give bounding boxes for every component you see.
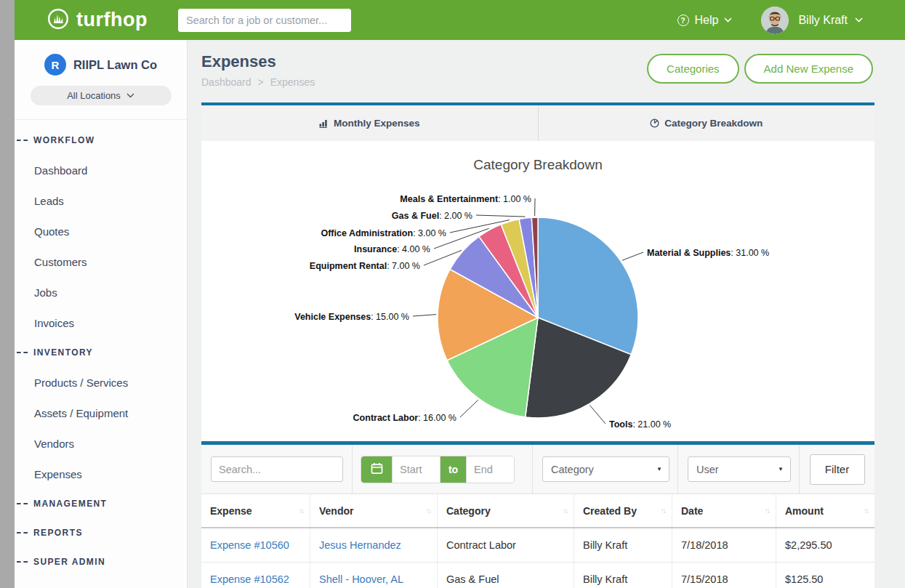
chevron-down-icon[interactable]: [855, 17, 863, 23]
page-title: Expenses: [201, 52, 276, 71]
vendor-link[interactable]: Jesus Hernandez: [319, 539, 401, 551]
chevron-down-icon: [724, 17, 732, 23]
cell-expense: Expense #10560: [201, 528, 310, 562]
global-search-input[interactable]: [178, 9, 351, 32]
leader-line: [622, 252, 643, 260]
sort-icon: ↑↓: [299, 507, 303, 515]
expense-link[interactable]: Expense #10560: [210, 539, 289, 551]
filter-category-cell: Category ▼: [533, 445, 678, 494]
cell-amount: $2,295.50: [776, 528, 874, 562]
pie-label-material-supplies: Material & Supplies: 31.00 %: [647, 248, 769, 258]
left-edge-strip: [0, 0, 15, 588]
sort-icon: ↑↓: [864, 507, 868, 515]
company-name: RIIPL Lawn Co: [73, 58, 157, 72]
brand-logo[interactable]: turfhop: [47, 8, 148, 33]
nav-section-label: REPORTS: [33, 528, 83, 538]
pie-label-equipment-rental: Equipment Rental: 7.00 %: [310, 261, 420, 271]
column-header-category[interactable]: Category↑↓: [438, 494, 574, 527]
user-select[interactable]: User ▼: [688, 456, 791, 482]
sidebar-item-products-services[interactable]: Products / Services: [15, 367, 187, 398]
user-name[interactable]: Billy Kraft: [798, 14, 848, 27]
filter-button[interactable]: Filter: [810, 454, 865, 485]
tab-category-breakdown[interactable]: Category Breakdown: [538, 105, 875, 141]
tab-bar: Monthly ExpensesCategory Breakdown: [201, 102, 874, 141]
column-header-created-by[interactable]: Created By↑↓: [574, 494, 672, 527]
category-select[interactable]: Category ▼: [542, 456, 669, 482]
topbar-right: ? Help: [677, 7, 905, 34]
tab-label: Category Breakdown: [664, 118, 763, 129]
sort-icon: ↑↓: [563, 507, 567, 515]
avatar[interactable]: [761, 7, 789, 34]
select-caret-icon: ▼: [778, 466, 784, 472]
table-search-input[interactable]: [211, 456, 343, 482]
breadcrumb: Dashboard > Expenses: [201, 76, 315, 88]
collapse-dashes-icon: [17, 140, 28, 141]
column-header-date[interactable]: Date↑↓: [672, 494, 776, 527]
sidebar-item-expenses[interactable]: Expenses: [15, 459, 187, 489]
date-range-group: to: [361, 456, 514, 483]
pie-label-meals-entertainment: Meals & Entertainment: 1.00 %: [400, 194, 531, 204]
sidebar-item-vendors[interactable]: Vendors: [15, 428, 187, 459]
leader-line: [460, 400, 478, 417]
cell-vendor: Jesus Hernandez: [310, 528, 438, 562]
pie-chart: Category BreakdownMaterial & Supplies: 3…: [201, 141, 874, 441]
nav-section-workflow[interactable]: WORKFLOW: [15, 126, 187, 155]
add-new-expense-button[interactable]: Add New Expense: [744, 54, 873, 84]
cell-amount: $125.50: [776, 563, 874, 588]
date-start-input[interactable]: [392, 456, 440, 483]
nav-section-reports[interactable]: REPORTS: [15, 518, 187, 547]
page-actions: Categories Add New Expense: [647, 54, 873, 84]
sidebar-item-invoices[interactable]: Invoices: [15, 307, 187, 338]
collapse-dashes-icon: [17, 503, 28, 504]
pie-label-vehicle-expenses: Vehicle Expenses: 15.00 %: [294, 312, 409, 322]
filter-date-cell: to: [353, 445, 533, 494]
column-label: Amount: [785, 505, 824, 517]
tab-label: Monthly Expenses: [334, 118, 420, 129]
help-menu[interactable]: ? Help: [677, 14, 733, 27]
sidebar-item-customers[interactable]: Customers: [15, 246, 187, 277]
column-header-amount[interactable]: Amount↑↓: [776, 494, 874, 527]
top-bar: turfhop ? Help: [15, 0, 905, 40]
vendor-link[interactable]: Shell - Hoover, AL: [319, 573, 403, 585]
table-header-row: Expense↑↓Vendor↑↓Category↑↓Created By↑↓D…: [201, 494, 874, 528]
tab-monthly-expenses[interactable]: Monthly Expenses: [201, 105, 538, 141]
sort-icon: ↑↓: [661, 507, 665, 515]
column-header-expense[interactable]: Expense↑↓: [201, 494, 310, 527]
nav-section-label: INVENTORY: [33, 347, 93, 358]
column-label: Category: [446, 505, 491, 517]
location-selector[interactable]: All Locations: [31, 86, 172, 105]
sort-icon: ↑↓: [426, 507, 430, 515]
help-label: Help: [695, 14, 719, 27]
categories-button[interactable]: Categories: [647, 54, 739, 84]
category-select-value: Category: [551, 464, 594, 475]
nav-section-super-admin[interactable]: SUPER ADMIN: [15, 547, 187, 576]
location-label: All Locations: [67, 90, 121, 101]
nav-section-management[interactable]: MANAGEMENT: [15, 489, 187, 518]
sidebar: R RIIPL Lawn Co All Locations WORKFLOWDa…: [15, 40, 188, 588]
sidebar-item-leads[interactable]: Leads: [15, 185, 187, 216]
expenses-card: Monthly ExpensesCategory Breakdown Categ…: [201, 102, 874, 588]
collapse-dashes-icon: [17, 561, 28, 563]
sidebar-item-assets-equipment[interactable]: Assets / Equipment: [15, 398, 187, 428]
breadcrumb-home[interactable]: Dashboard: [201, 76, 252, 88]
expense-link[interactable]: Expense #10562: [210, 573, 289, 585]
sort-icon: ↑↓: [765, 507, 769, 515]
breadcrumb-current: Expenses: [270, 76, 315, 88]
nav-section-label: MANAGEMENT: [33, 499, 107, 509]
date-to-label: to: [440, 456, 466, 483]
nav-section-label: WORKFLOW: [33, 135, 95, 145]
cell-date: 7/18/2018: [672, 528, 776, 562]
nav-section-inventory[interactable]: INVENTORY: [15, 338, 187, 367]
pie-label-gas-fuel: Gas & Fuel: 2.00 %: [392, 211, 472, 221]
filter-bar: to Category ▼ User ▼: [201, 445, 874, 494]
table-row: Expense #10562Shell - Hoover, ALGas & Fu…: [201, 563, 874, 588]
column-header-vendor[interactable]: Vendor↑↓: [310, 494, 438, 527]
sidebar-item-dashboard[interactable]: Dashboard: [15, 155, 187, 185]
sidebar-item-quotes[interactable]: Quotes: [15, 216, 187, 246]
sidebar-item-jobs[interactable]: Jobs: [15, 277, 187, 307]
date-end-input[interactable]: [466, 456, 514, 483]
chevron-down-icon: [126, 93, 134, 98]
help-icon: ?: [677, 15, 689, 26]
calendar-button[interactable]: [361, 456, 392, 483]
column-label: Date: [681, 505, 703, 517]
